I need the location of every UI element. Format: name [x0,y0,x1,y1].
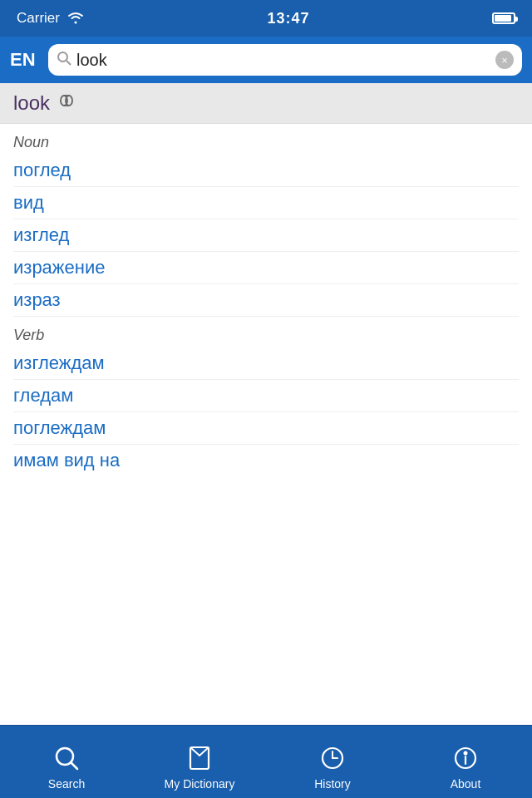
tab-my-dictionary[interactable]: My Dictionary [133,726,266,798]
svg-line-7 [71,762,77,769]
audio-icon[interactable] [60,92,83,114]
history-tab-label: History [314,777,351,791]
status-left: Carrier [17,10,85,27]
tab-history[interactable]: History [266,726,399,798]
list-item[interactable]: поглед [13,155,519,187]
status-time: 13:47 [267,10,309,27]
my-dictionary-tab-icon [184,742,215,774]
list-item[interactable]: израз [13,284,519,317]
tab-search[interactable]: Search [0,726,133,798]
list-item[interactable]: вид [13,187,519,219]
tab-about[interactable]: About [399,726,532,798]
list-item[interactable]: изглед [13,219,519,252]
search-input[interactable]: look [76,51,490,70]
content-area: look NounпогледвидизгледизражениеизразVe… [0,83,532,725]
search-tab-icon [51,742,82,774]
history-tab-icon [317,742,348,774]
search-tab-label: Search [48,777,85,791]
list-item[interactable]: гледам [13,380,519,412]
word-header: look [0,83,532,124]
wifi-icon [66,11,85,27]
clear-button[interactable]: × [495,51,514,69]
pos-label: Verb [13,327,519,344]
carrier-label: Carrier [17,10,60,27]
definitions-list: NounпогледвидизгледизражениеизразVerbизг… [0,134,532,476]
tab-bar: Search My Dictionary History [0,725,532,798]
about-tab-label: About [451,777,481,791]
list-item[interactable]: поглеждам [13,412,519,445]
svg-line-1 [66,61,71,65]
svg-point-0 [58,52,67,62]
language-label[interactable]: EN [10,49,40,71]
about-tab-icon [450,742,481,774]
search-box[interactable]: look × [48,44,522,76]
status-right [492,12,515,24]
list-item[interactable]: имам вид на [13,445,519,476]
list-item[interactable]: изглеждам [13,347,519,380]
pos-label: Noun [13,134,519,151]
list-item[interactable]: изражение [13,252,519,284]
word-title: look [13,91,50,115]
svg-point-14 [465,751,467,754]
status-bar: Carrier 13:47 [0,0,532,37]
battery-icon [492,12,515,24]
search-icon [57,51,71,69]
nav-bar: EN look × [0,37,532,83]
my-dictionary-tab-label: My Dictionary [165,777,235,791]
